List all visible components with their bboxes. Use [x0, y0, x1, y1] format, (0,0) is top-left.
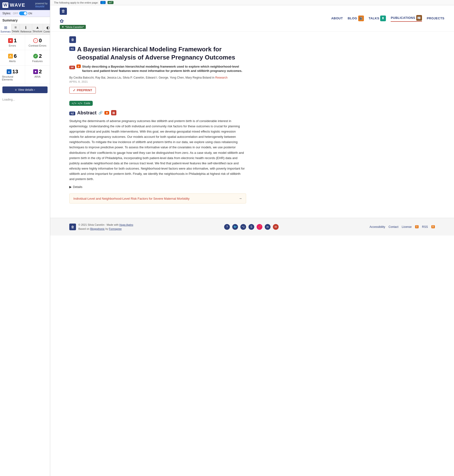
nav-publications-label: PUBLICATIONS [391, 16, 415, 20]
link-icon: 🔗 [98, 111, 103, 115]
social-scholar-icon[interactable]: S [249, 224, 254, 230]
nav-blog[interactable]: BLOG 📓 [348, 15, 364, 21]
structure-tab-label: Structure [33, 30, 43, 33]
aria-icon: ■ [33, 69, 38, 74]
alerts-icon: ⚠ [8, 54, 13, 59]
errors-icon: ✕ [8, 38, 13, 43]
alerts-count: 6 [14, 53, 17, 59]
preprint-button[interactable]: ⤢ PREPRINT [69, 87, 96, 94]
hugo-apero-link[interactable]: Hugo Apéro [119, 223, 133, 226]
tab-structure[interactable]: ▲ Structure [32, 24, 43, 34]
details-toggle-icon: ▶ [69, 185, 72, 189]
tab-summary[interactable]: ⊞ Summary [0, 24, 11, 34]
social-email-icon[interactable]: ✉ [273, 224, 279, 230]
reference-tab-label: Reference [20, 30, 31, 33]
nav-publications[interactable]: PUBLICATIONS 📰 [391, 15, 422, 22]
contrast-count: 0 [39, 37, 42, 44]
view-details-button[interactable]: ≡ View details › [2, 86, 47, 93]
footer-rss-link[interactable]: RSS [422, 225, 428, 229]
webaim-link[interactable]: WebAIM [35, 5, 44, 8]
h1-badge: h1 [69, 47, 75, 51]
social-help-icon[interactable]: ? [224, 224, 230, 230]
p-badge: p [76, 65, 81, 68]
next-article-title[interactable]: Individual-Level and Neighborhood-Level … [73, 197, 189, 200]
footer-left: 🗑 © 2021 Silvia Canelón · Made with Hugo… [69, 223, 133, 231]
nav-talks-label: TALKS [369, 16, 379, 20]
rss-badge-icon: R [431, 225, 435, 228]
site-footer: 🗑 © 2021 Silvia Canelón · Made with Hugo… [50, 218, 454, 236]
reference-tab-icon: ℹ [25, 25, 27, 30]
article-title-text: A Bayesian Hierarchical Modeling Framewo… [77, 45, 246, 62]
contrast-tab-icon: ◐ [46, 25, 50, 30]
globe-badge: 🌐 [100, 1, 106, 4]
stat-alerts: ⚠ 6 Alerts [0, 50, 25, 66]
alerts-label: Alerts [9, 60, 16, 63]
details-toggle[interactable]: ▶ Details [69, 185, 246, 189]
stat-structural: ▲ 13 Structural Elements [0, 66, 25, 84]
details-tab-label: Details [12, 30, 19, 33]
nav-projects[interactable]: PROJECTS [427, 16, 445, 20]
wave-stats: ✕ 1 Errors ○ 0 Contrast Errors ⚠ 6 Alert… [0, 35, 50, 84]
footer-text: © 2021 Silvia Canelón · Made with Hugo A… [78, 223, 133, 231]
summary-title: Summary [0, 17, 50, 24]
abstract-text: Studying the determinants of adverse pre… [69, 119, 246, 182]
nav-projects-label: PROJECTS [427, 16, 445, 20]
talks-badge: 🎙 [380, 15, 386, 21]
qr-icon: ▦ [111, 110, 116, 115]
aria-label: ARIA [34, 75, 41, 78]
stat-features: ✓ 2 Features [25, 50, 50, 66]
wave-logo: W [2, 2, 8, 8]
footer-rss-badge: R [431, 225, 435, 229]
license-badge-icon: © [415, 225, 419, 228]
authors-prefix: By [69, 76, 73, 79]
social-github-icon[interactable]: ⌥ [240, 224, 246, 230]
wave-nav-tabs: ⊞ Summary ≡ Details ℹ Reference ▲ Struct… [0, 24, 50, 35]
stat-aria: ■ 2 ARIA [25, 66, 50, 84]
preprint-label: PREPRINT [77, 89, 92, 92]
next-arrow-icon: → [239, 197, 242, 200]
footer-contact-link[interactable]: Contact [388, 225, 398, 229]
nav-about[interactable]: ABOUT [331, 16, 343, 20]
view-details-icon: ≡ [15, 88, 16, 91]
formspree-link[interactable]: Formspree [109, 227, 122, 230]
social-pinterest-icon[interactable]: 📌 [257, 224, 262, 230]
contrast-errors-label: Contrast Errors [28, 44, 46, 47]
structural-icon: ▲ [7, 69, 11, 74]
site-nav: ABOUT BLOG 📓 TALKS 🎙 PUBLICATIONS 📰 PROJ… [331, 15, 445, 22]
stat-contrast-errors: ○ 0 Contrast Errors [25, 35, 50, 50]
tab-details[interactable]: ≡ Details [11, 24, 20, 34]
contrast-tab-label: Contrast [44, 30, 50, 33]
orange-badge: ⊗ [104, 111, 109, 115]
footer-social: ? 🐦 ⌥ S 📌 in ✉ [224, 224, 279, 230]
authors-text: Cecilia Balocchi, Ray Bai, Jessica Liu, … [73, 76, 215, 79]
site-flower-icon: ✿ [60, 18, 64, 24]
structural-count: 13 [12, 68, 18, 75]
footer-accessibility-link[interactable]: Accessibility [370, 225, 385, 229]
footer-based-on: Based on [78, 227, 89, 230]
nav-talks[interactable]: TALKS 🎙 [369, 15, 386, 21]
publications-badge: 📰 [416, 15, 422, 21]
site-header: 🗑 ✿ ★ *Silvia Canelón* ABOUT BLOG 📓 TALK… [50, 5, 454, 31]
social-twitter-icon[interactable]: 🐦 [232, 224, 238, 230]
features-icon: ✓ [33, 54, 38, 59]
author-name: *Silvia Canelón* [65, 26, 84, 29]
article-date: APRIL 8, 2021 [69, 80, 246, 83]
tab-contrast[interactable]: ◐ Contrast [43, 24, 50, 34]
footer-copyright: © 2021 Silvia Canelón · Made with [78, 223, 119, 226]
h2-badge: h2 [69, 112, 75, 115]
blogophonic-link[interactable]: Blogophonic [90, 227, 105, 230]
tab-reference[interactable]: ℹ Reference [20, 24, 32, 34]
wave-sidebar: W WAVE powered by WebAIM Styles: OFF ON … [0, 0, 50, 476]
details-toggle-label: Details [73, 185, 83, 189]
styles-label: Styles: [2, 12, 11, 15]
footer-license-link[interactable]: License [402, 225, 411, 229]
wave-logo-text: WAVE [10, 2, 25, 8]
blog-badge: 📓 [358, 15, 364, 21]
globe-icon: 🌐 [102, 1, 104, 4]
page-trash-icon: 🗑 [69, 36, 76, 43]
errors-count: 1 [14, 37, 17, 44]
styles-toggle[interactable]: OFF ON [13, 11, 32, 15]
social-linkedin-icon[interactable]: in [265, 224, 271, 230]
view-details-label: View details › [18, 88, 35, 91]
category-link[interactable]: Research [215, 76, 227, 79]
